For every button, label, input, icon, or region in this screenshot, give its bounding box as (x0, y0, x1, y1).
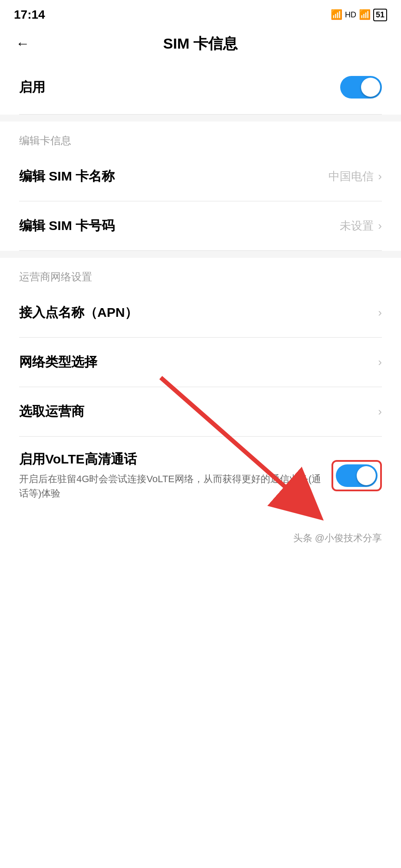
apn-row[interactable]: 接入点名称（APN） › (0, 288, 401, 337)
thick-divider-2 (0, 251, 401, 258)
volte-desc: 开启后在驻留4G时会尝试连接VoLTE网络，从而获得更好的通信业务(通话等)体验 (19, 472, 323, 500)
status-icons: 📶 HD 📶 51 (331, 9, 387, 21)
status-time: 17:14 (14, 8, 45, 22)
edit-sim-number-label: 编辑 SIM 卡号码 (19, 217, 115, 235)
status-bar: 17:14 📶 HD 📶 51 (0, 0, 401, 27)
enable-toggle[interactable] (340, 76, 382, 99)
chevron-icon-1: › (378, 170, 382, 183)
volte-row: 启用VoLTE高清通话 开启后在驻留4G时会尝试连接VoLTE网络，从而获得更好… (0, 437, 401, 514)
wifi-icon: 📶 (359, 9, 371, 20)
enable-label: 启用 (19, 79, 45, 96)
edit-sim-number-right: 未设置 › (340, 218, 382, 233)
edit-sim-name-label: 编辑 SIM 卡名称 (19, 168, 115, 185)
carrier-label: 选取运营商 (19, 403, 84, 421)
volte-title: 启用VoLTE高清通话 (19, 450, 323, 468)
page-title: SIM 卡信息 (163, 34, 238, 54)
volte-toggle-border (331, 460, 382, 491)
footer-text: 头条 @小俊技术分享 (293, 533, 382, 543)
volte-toggle[interactable] (336, 464, 378, 487)
edit-section-label: 编辑卡信息 (0, 122, 401, 152)
thick-divider-1 (0, 115, 401, 122)
carrier-right: › (378, 405, 382, 418)
chevron-icon-5: › (378, 405, 382, 418)
network-section-label: 运营商网络设置 (0, 258, 401, 288)
volte-toggle-wrapper (331, 460, 382, 491)
network-type-label: 网络类型选择 (19, 353, 97, 371)
battery-icon: 51 (373, 9, 387, 21)
signal-icon-2: HD (345, 10, 356, 20)
enable-row: 启用 (0, 60, 401, 114)
back-button[interactable]: ← (16, 36, 30, 52)
network-type-right: › (378, 355, 382, 369)
edit-sim-name-right: 中国电信 › (328, 169, 382, 184)
apn-right: › (378, 306, 382, 319)
signal-icon-1: 📶 (331, 9, 342, 20)
network-type-row[interactable]: 网络类型选择 › (0, 338, 401, 387)
footer: 头条 @小俊技术分享 (0, 514, 401, 558)
chevron-icon-3: › (378, 306, 382, 319)
edit-sim-name-value: 中国电信 (328, 169, 374, 184)
edit-sim-number-value: 未设置 (340, 218, 374, 233)
chevron-icon-2: › (378, 219, 382, 233)
edit-sim-name-row[interactable]: 编辑 SIM 卡名称 中国电信 › (0, 152, 401, 201)
apn-label: 接入点名称（APN） (19, 304, 138, 322)
volte-text: 启用VoLTE高清通话 开启后在驻留4G时会尝试连接VoLTE网络，从而获得更好… (19, 450, 323, 500)
page-header: ← SIM 卡信息 (0, 27, 401, 60)
edit-sim-number-row[interactable]: 编辑 SIM 卡号码 未设置 › (0, 201, 401, 250)
chevron-icon-4: › (378, 355, 382, 369)
carrier-row[interactable]: 选取运营商 › (0, 387, 401, 436)
